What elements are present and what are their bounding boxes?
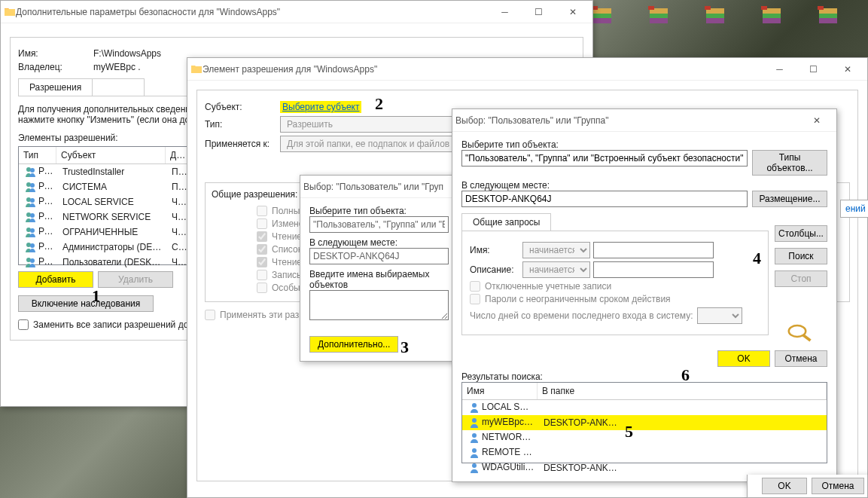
add-button[interactable]: Добавить [18, 271, 93, 288]
svg-rect-7 [648, 6, 654, 10]
disabled-accounts-checkbox [470, 281, 480, 292]
perm-checkbox [257, 283, 267, 293]
window-title: Элемент разрешения для "WindowsApps" [203, 64, 763, 75]
name-input [593, 242, 714, 258]
stop-button[interactable]: Стоп [775, 270, 827, 287]
svg-point-39 [472, 463, 477, 468]
tab-permissions[interactable]: Разрешения [18, 78, 93, 96]
desktop-icon-rar[interactable] [693, 4, 738, 41]
apply-only-checkbox [205, 310, 215, 320]
svg-point-20 [26, 167, 31, 172]
ok-button[interactable]: OK [762, 478, 807, 494]
applies-label: Применяется к: [205, 139, 280, 149]
perm-checkbox [257, 206, 267, 216]
svg-point-29 [30, 228, 35, 233]
results-list[interactable]: ИмяВ папке LOCAL SERV…myWEBpc .ru…DESKTO… [461, 382, 827, 463]
svg-rect-19 [818, 6, 824, 10]
names-input[interactable] [309, 290, 449, 320]
table-row[interactable]: REMOTE INT… [462, 445, 827, 460]
svg-point-26 [26, 212, 31, 217]
svg-rect-11 [705, 6, 711, 10]
minimize-button[interactable]: ─ [488, 2, 522, 23]
name-op-select: начинается с [522, 242, 590, 258]
close-button[interactable]: ✕ [556, 2, 589, 23]
perm-checkbox [257, 244, 267, 255]
maximize-button[interactable]: ☐ [796, 59, 830, 80]
desktop-icon-rar[interactable] [749, 4, 794, 41]
remove-button[interactable]: Удалить [98, 271, 173, 288]
svg-point-38 [472, 448, 477, 453]
desktop-icon-rar[interactable] [636, 4, 681, 41]
location-field [309, 248, 449, 264]
svg-point-31 [30, 243, 35, 248]
name-label: Имя: [18, 48, 93, 59]
desktop-icon-rar[interactable] [806, 4, 851, 41]
columns-button[interactable]: Столбцы... [775, 225, 827, 242]
table-row[interactable]: NETWORK S… [462, 430, 827, 445]
svg-rect-2 [593, 14, 611, 18]
svg-point-30 [26, 243, 31, 247]
svg-rect-18 [819, 14, 837, 18]
replace-checkbox[interactable] [18, 319, 29, 330]
search-button[interactable]: Поиск [775, 248, 827, 264]
object-type-field [309, 216, 449, 233]
svg-point-22 [26, 182, 31, 187]
close-button[interactable]: ✕ [799, 110, 833, 131]
perm-checkbox [257, 270, 267, 280]
object-types-button[interactable]: Типы объектов... [752, 150, 827, 176]
svg-rect-15 [761, 6, 767, 10]
svg-point-24 [26, 197, 31, 202]
cancel-button[interactable]: Отмена [812, 478, 864, 494]
svg-point-33 [30, 258, 35, 263]
maximize-button[interactable]: ☐ [522, 2, 556, 23]
find-icon [783, 322, 819, 344]
svg-point-28 [26, 228, 31, 232]
svg-point-21 [30, 168, 35, 173]
svg-point-37 [472, 433, 477, 438]
tab-other[interactable] [92, 78, 145, 96]
ok-button[interactable]: OK [717, 350, 770, 367]
object-type-field [461, 150, 748, 167]
window-title: Дополнительные параметры безопасности дл… [16, 7, 488, 17]
cancel-button[interactable]: Отмена [775, 350, 827, 367]
svg-point-36 [472, 418, 477, 423]
days-select [697, 307, 742, 324]
svg-point-25 [30, 198, 35, 203]
tab-common-queries[interactable]: Общие запросы [461, 213, 551, 231]
location-field [461, 191, 748, 207]
svg-rect-6 [650, 14, 668, 18]
svg-rect-10 [706, 14, 724, 18]
owner-value: myWEBpc . [93, 62, 141, 72]
perm-checkbox [257, 218, 267, 229]
table-row[interactable]: myWEBpc .ru…DESKTOP-ANK… [462, 415, 827, 430]
svg-rect-14 [763, 14, 781, 18]
applies-select: Для этой папки, ее подпапок и файлов [280, 136, 468, 152]
window-title: Выбор: "Пользователь" или "Группа" [455, 115, 799, 126]
table-row[interactable]: WDAGUtilityA…DESKTOP-ANK… [462, 460, 827, 475]
advanced-button[interactable]: Дополнительно... [309, 336, 398, 353]
window-title: Выбор: "Пользователь" или "Груп [303, 182, 454, 192]
subject-label: Субъект: [205, 102, 280, 112]
close-button[interactable]: ✕ [830, 59, 864, 80]
table-row[interactable]: LOCAL SERV… [462, 400, 827, 415]
minimize-button[interactable]: ─ [763, 59, 796, 80]
select-subject-link[interactable]: Выберите субъект [280, 101, 361, 113]
perm-checkbox [257, 231, 267, 242]
perm-checkbox [257, 257, 267, 267]
svg-point-32 [26, 258, 31, 262]
svg-point-23 [30, 183, 35, 188]
enable-inheritance-button[interactable]: Включение наследования [18, 295, 154, 312]
folder-icon [4, 6, 16, 18]
folder-icon [190, 63, 203, 75]
name-value: F:\WindowsApps [93, 48, 161, 59]
noexpire-checkbox [470, 294, 480, 304]
info-link[interactable]: ений [840, 200, 868, 218]
locations-button[interactable]: Размещение... [752, 191, 827, 207]
svg-point-35 [472, 403, 477, 408]
type-label: Тип: [205, 119, 280, 130]
desc-op-select: начинается с [522, 261, 590, 278]
svg-point-27 [30, 213, 35, 218]
type-select: Разрешить [280, 116, 468, 133]
desc-input [593, 261, 714, 278]
owner-label: Владелец: [18, 62, 93, 72]
